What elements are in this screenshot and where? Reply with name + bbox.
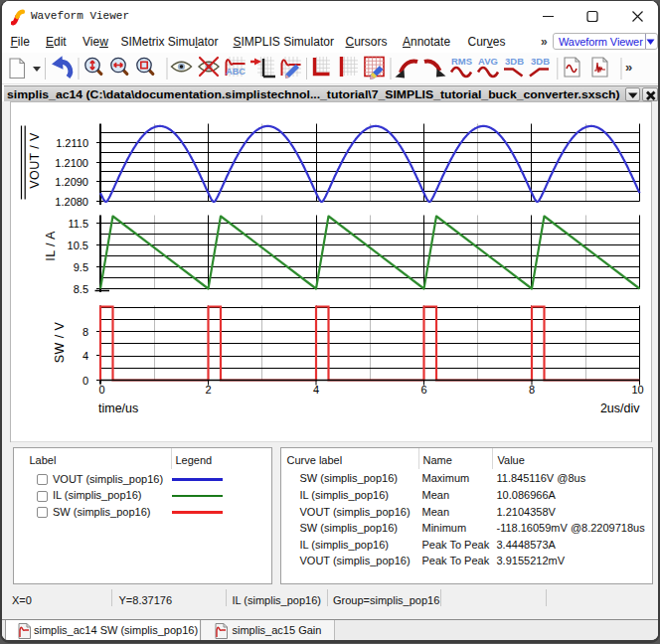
svg-text:AVG: AVG	[478, 56, 498, 67]
svg-text:8: 8	[82, 326, 88, 338]
svg-text:3DB: 3DB	[505, 56, 524, 67]
svg-text:SW / V: SW / V	[53, 322, 67, 364]
svg-text:VOUT / V: VOUT / V	[28, 132, 42, 189]
svg-text:10: 10	[631, 384, 643, 396]
svg-text:»: »	[625, 60, 632, 75]
svg-text:4: 4	[313, 384, 319, 396]
svg-text:time/us: time/us	[98, 402, 138, 415]
svg-text:11.5: 11.5	[68, 218, 88, 230]
svg-text:0: 0	[98, 384, 104, 396]
svg-text:1.2110: 1.2110	[56, 137, 88, 149]
svg-text:RMS: RMS	[451, 56, 472, 67]
svg-text:9.5: 9.5	[74, 261, 88, 273]
svg-text:8: 8	[529, 384, 535, 396]
svg-text:1.2090: 1.2090	[55, 176, 88, 188]
svg-text:4: 4	[82, 350, 88, 362]
svg-text:ABC: ABC	[226, 67, 246, 77]
svg-text:0: 0	[82, 375, 88, 387]
svg-text:2: 2	[205, 384, 211, 396]
svg-text:1.2080: 1.2080	[55, 196, 88, 208]
svg-text:1.2100: 1.2100	[55, 157, 88, 169]
svg-text:6: 6	[420, 384, 426, 396]
svg-text:10.5: 10.5	[68, 240, 88, 251]
svg-text:2us/div: 2us/div	[600, 402, 640, 415]
svg-text:8.5: 8.5	[74, 283, 88, 295]
svg-text:IL / A: IL / A	[44, 231, 58, 261]
svg-text:3DB: 3DB	[531, 56, 550, 67]
